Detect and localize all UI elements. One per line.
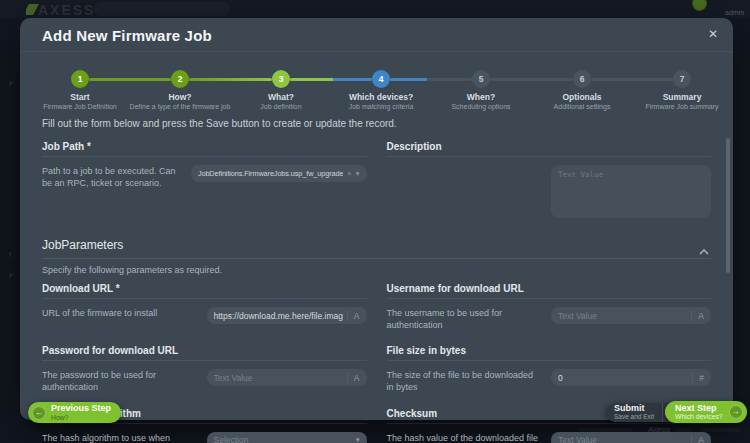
section-title: JobParameters <box>42 238 711 252</box>
text-type-icon: A <box>691 435 704 443</box>
field-label: File size in bytes <box>387 338 712 361</box>
field-help: The size of the file to be downloaded in… <box>387 369 540 393</box>
job-parameters-section-header: JobParameters <box>42 233 711 259</box>
download-url-input[interactable] <box>214 311 343 321</box>
field-label: Job Path * <box>42 134 367 157</box>
job-path-combobox[interactable]: JobDefinitions.FirmwareJobs.usp_fw_upgra… <box>191 165 367 182</box>
select-placeholder: Selection <box>214 435 352 443</box>
field-password: Password for download URL The password t… <box>42 338 367 400</box>
dropdown-icon[interactable]: ▾ <box>356 169 360 178</box>
field-help: The hash algorithm to use when performin… <box>42 432 195 443</box>
step-7-sublabel: Firmware Job summary <box>620 103 744 110</box>
field-label: Password for download URL <box>42 338 367 361</box>
field-label: Username for download URL <box>387 276 712 299</box>
next-step-button[interactable]: Next Step Which devices? → <box>665 401 747 423</box>
step-1-circle[interactable]: 1 <box>71 70 89 88</box>
text-type-icon: A <box>347 311 360 321</box>
stepper-connector <box>89 78 171 81</box>
modal-title: Add New Firmware Job <box>42 27 711 44</box>
field-download-url: Download URL * URL of the firmware to in… <box>42 276 367 338</box>
step-5-circle[interactable]: 5 <box>472 70 490 88</box>
field-description: Description <box>387 134 712 225</box>
button-sublabel: Which devices? <box>675 413 723 420</box>
step-7-label: Summary <box>622 92 742 102</box>
button-sublabel: Save and Exit <box>614 414 654 421</box>
field-help: The hash value of the downloaded file us… <box>387 432 540 443</box>
field-file-size: File size in bytes The size of the file … <box>387 338 712 400</box>
stepper-connector <box>591 78 673 81</box>
close-icon[interactable]: ✕ <box>708 27 718 41</box>
field-help: The username to be used for authenticati… <box>387 307 540 331</box>
field-label: Download URL * <box>42 276 367 299</box>
modal-header: Add New Firmware Job ✕ <box>20 18 733 52</box>
chevron-up-icon[interactable] <box>699 241 709 259</box>
step-4-circle[interactable]: 4 <box>372 70 390 88</box>
step-6-circle[interactable]: 6 <box>573 70 591 88</box>
clear-icon[interactable]: × <box>347 169 351 178</box>
dropdown-icon: ▾ <box>356 436 360 443</box>
form-grid: Job Path * Path to a job to be executed.… <box>42 134 711 443</box>
checksum-algorithm-select[interactable]: Selection ▾ <box>207 432 367 443</box>
stepper-connector <box>290 78 372 81</box>
stepper-connector <box>390 78 472 81</box>
step-7-circle[interactable]: 7 <box>673 70 691 88</box>
stepper-connector <box>189 78 272 81</box>
file-size-input[interactable] <box>558 373 688 383</box>
arrow-right-icon: → <box>729 405 743 419</box>
number-type-icon: # <box>692 373 704 383</box>
job-path-value: JobDefinitions.FirmwareJobs.usp_fw_upgra… <box>198 169 343 178</box>
step-3-circle[interactable]: 3 <box>272 70 290 88</box>
arrow-left-icon: ← <box>32 406 46 420</box>
field-help: URL of the firmware to install <box>42 307 195 319</box>
add-firmware-job-modal: Add New Firmware Job ✕ 1 2 3 4 5 6 7 Sta… <box>20 18 733 420</box>
username-input[interactable] <box>558 311 687 321</box>
field-help: The password to be used for authenticati… <box>42 369 195 393</box>
step-2-circle[interactable]: 2 <box>171 70 189 88</box>
wizard-stepper: 1 2 3 4 5 6 7 Start How? What? Which dev… <box>20 57 733 115</box>
previous-step-button[interactable]: ← Previous Step How? <box>28 402 121 423</box>
text-type-icon: A <box>691 311 704 321</box>
checksum-input[interactable] <box>558 435 687 443</box>
section-subtitle: Specify the following parameters as requ… <box>42 265 711 275</box>
password-input[interactable] <box>214 373 343 383</box>
button-label: Previous Step <box>51 404 111 413</box>
button-label: Next Step <box>675 404 723 413</box>
text-type-icon: A <box>347 373 360 383</box>
field-label: Description <box>387 134 712 157</box>
field-username: Username for download URL The username t… <box>387 276 712 338</box>
stepper-connector <box>490 78 573 81</box>
form-intro-text: Fill out the form below and press the Sa… <box>42 118 711 129</box>
button-sublabel: How? <box>51 414 111 421</box>
description-textarea[interactable] <box>551 165 711 218</box>
field-help: Path to a job to be executed. Can be an … <box>42 165 179 189</box>
modal-scrollbar[interactable] <box>726 138 730 273</box>
field-job-path: Job Path * Path to a job to be executed.… <box>42 134 367 225</box>
